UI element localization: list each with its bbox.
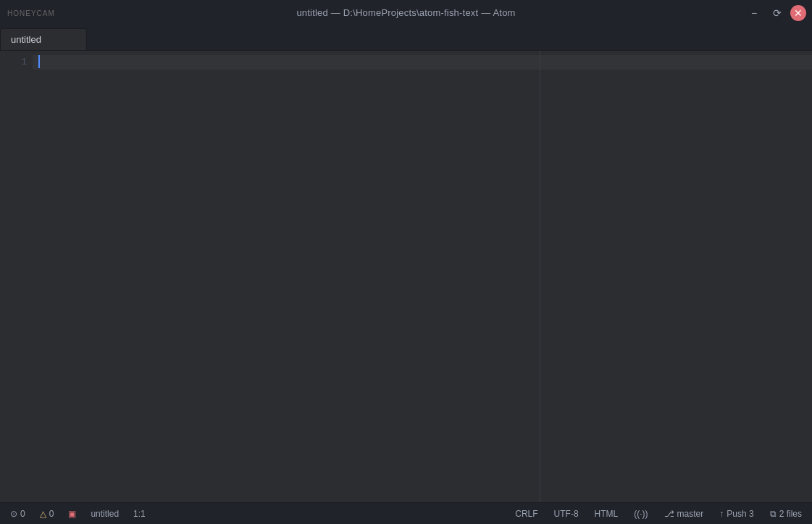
file-modified-icon: ▣: [68, 509, 76, 519]
warnings-count: 0: [49, 509, 54, 519]
editor-container: 1: [0, 51, 812, 502]
honeycam-logo: HONEYCAM: [7, 9, 55, 17]
wifi-icon: ((·)): [634, 509, 648, 519]
git-branch-status[interactable]: ⎇ master: [661, 507, 707, 520]
line-ending-status[interactable]: CRLF: [512, 507, 540, 520]
cursor-position-status[interactable]: 1:1: [130, 507, 148, 520]
cursor-position-label: 1:1: [133, 509, 146, 519]
file-name-label: untitled: [91, 509, 119, 519]
line-ending-label: CRLF: [515, 509, 537, 519]
grammar-label: HTML: [595, 509, 619, 519]
line-number-1: 1: [0, 55, 27, 70]
push-icon: ↑: [719, 509, 724, 519]
encoding-label: UTF-8: [554, 509, 579, 519]
minimize-button[interactable]: −: [744, 3, 764, 23]
status-right: CRLF UTF-8 HTML ((·)) ⎇ master ↑ Push 3 …: [512, 507, 805, 520]
files-icon: ⧉: [770, 509, 777, 519]
encoding-status[interactable]: UTF-8: [551, 507, 582, 520]
warning-triangle-icon: △: [40, 509, 46, 519]
status-left: ⊙ 0 △ 0 ▣ untitled 1:1: [7, 507, 512, 520]
push-status[interactable]: ↑ Push 3: [716, 507, 756, 520]
vertical-ruler: [540, 51, 540, 502]
title-bar: HONEYCAM untitled — D:\HomeProjects\atom…: [0, 0, 812, 25]
window-controls: − ⟳ ✕: [744, 3, 806, 23]
files-label: 2 files: [779, 509, 802, 519]
file-status-indicator[interactable]: ▣: [65, 507, 79, 520]
push-label: Push 3: [727, 509, 753, 519]
window-title: untitled — D:\HomeProjects\atom-fish-tex…: [296, 7, 515, 18]
close-button[interactable]: ✕: [790, 5, 806, 21]
files-status[interactable]: ⧉ 2 files: [767, 507, 805, 520]
tab-untitled[interactable]: untitled: [0, 28, 87, 50]
tab-label: untitled: [11, 34, 41, 45]
restore-button[interactable]: ⟳: [767, 3, 787, 23]
grammar-status[interactable]: HTML: [592, 507, 621, 520]
line-gutter: 1: [0, 51, 33, 502]
editor-content[interactable]: [33, 51, 812, 502]
warnings-status[interactable]: △ 0: [37, 507, 57, 520]
branch-label: master: [677, 509, 704, 519]
text-cursor: [38, 55, 40, 68]
file-name-status[interactable]: untitled: [88, 507, 122, 520]
status-bar: ⊙ 0 △ 0 ▣ untitled 1:1 CRLF UTF-8 HTML: [0, 502, 812, 524]
errors-count: 0: [20, 509, 25, 519]
git-circle-icon: ⊙: [10, 509, 17, 519]
sync-status[interactable]: ((·)): [631, 507, 650, 520]
cursor-line: [33, 55, 812, 70]
branch-icon: ⎇: [664, 509, 674, 519]
tab-bar: untitled: [0, 25, 812, 51]
git-status[interactable]: ⊙ 0: [7, 507, 28, 520]
